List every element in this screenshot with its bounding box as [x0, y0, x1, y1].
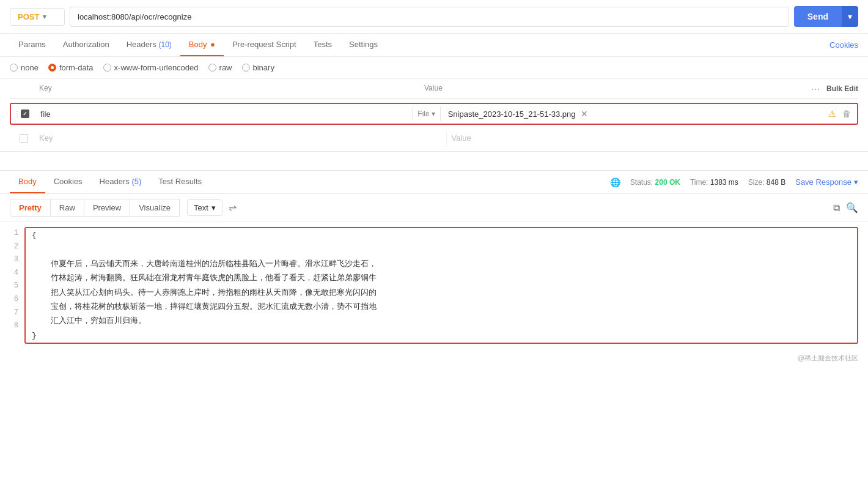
line-num-8: 8: [6, 319, 18, 333]
col-key-header: Key: [34, 84, 424, 94]
text-type-label: Text: [194, 203, 208, 212]
file-type-chevron-icon: ▾: [432, 110, 435, 118]
tab-settings[interactable]: Settings: [340, 34, 386, 56]
tab-body[interactable]: Body ●: [180, 34, 224, 56]
resp-tab-cookies[interactable]: Cookies: [45, 171, 91, 193]
code-line-2: [32, 242, 851, 256]
send-dropdown-button[interactable]: ▾: [842, 6, 858, 27]
response-status-bar: 🌐 Status: 200 OK Time: 1383 ms Size: 848…: [610, 177, 858, 187]
tab-tests[interactable]: Tests: [305, 34, 340, 56]
radio-form-data-icon: [48, 64, 56, 72]
code-line-8: }: [32, 329, 851, 343]
resp-tab-headers[interactable]: Headers (5): [91, 171, 150, 193]
radio-urlencoded-icon: [103, 64, 111, 72]
code-area: 1 2 3 4 5 6 7 8 { 仲夏午后，乌云铺天而来，大唐岭南道桂州的治所…: [0, 222, 868, 349]
tab-authorization[interactable]: Authorization: [54, 34, 118, 56]
line-num-6: 6: [6, 293, 18, 307]
resp-tab-test-results[interactable]: Test Results: [150, 171, 210, 193]
view-visualize-button[interactable]: Visualize: [130, 199, 180, 217]
row-checkbox[interactable]: [21, 110, 35, 118]
radio-none-icon: [10, 64, 18, 72]
code-line-3: 仲夏午后，乌云铺天而来，大唐岭南道桂州的治所临桂县陷入一片晦睿。滑水江畔飞沙走石…: [32, 257, 851, 271]
globe-icon: 🌐: [610, 177, 620, 187]
empty-checkbox: [20, 134, 34, 143]
line-num-2: 2: [6, 240, 18, 254]
form-table-header: Key Value ··· Bulk Edit: [10, 79, 858, 99]
method-label: POST: [18, 12, 39, 21]
response-tabs: Body Cookies Headers (5) Test Results 🌐 …: [0, 171, 868, 194]
tab-headers[interactable]: Headers (10): [118, 34, 180, 56]
text-type-chevron-icon: ▾: [211, 203, 216, 212]
checkbox-icon: [21, 110, 29, 118]
form-row-file: ⋮⋮ File ▾ Snipaste_2023-10-15_21-51-33.p…: [10, 103, 858, 125]
method-select[interactable]: POST ▾: [10, 8, 65, 26]
code-line-6: 宝创，将桂花树的枝枞斩落一地，摔得红壤黄泥四分五裂。泥水汇流成无数小清，势不可挡…: [32, 300, 851, 314]
view-raw-button[interactable]: Raw: [51, 199, 84, 217]
file-clear-icon[interactable]: ✕: [581, 109, 588, 119]
line-num-4: 4: [6, 267, 18, 280]
three-dots-icon[interactable]: ···: [811, 84, 820, 94]
resp-tab-body[interactable]: Body: [10, 171, 45, 193]
radio-raw-icon: [208, 64, 216, 72]
request-tabs: Params Authorization Headers (10) Body ●…: [0, 34, 868, 57]
view-pretty-button[interactable]: Pretty: [10, 199, 51, 217]
col-actions-header: ··· Bulk Edit: [809, 84, 858, 94]
bulk-edit-button[interactable]: Bulk Edit: [826, 84, 858, 93]
tab-params[interactable]: Params: [10, 34, 54, 56]
code-line-4: 竹林起涛，树海翻腾。狂风础在滑龙村青年庭铁虎的黑脸上，他看了看天，赶紧让弟弟廖铜…: [32, 271, 851, 285]
cookies-link[interactable]: Cookies: [829, 34, 858, 56]
search-icon[interactable]: 🔍: [846, 202, 858, 214]
col-value-header: Value: [424, 84, 809, 94]
line-numbers: 1 2 3 4 5 6 7 8: [0, 227, 24, 344]
send-button[interactable]: Send: [794, 6, 842, 27]
body-type-form-data[interactable]: form-data: [48, 63, 94, 72]
body-type-none[interactable]: none: [10, 63, 39, 72]
warning-icon: ⚠: [828, 109, 836, 119]
empty-key-field[interactable]: Key: [34, 131, 446, 145]
status-label: Status: 200 OK: [630, 178, 680, 187]
response-section: Body Cookies Headers (5) Test Results 🌐 …: [0, 170, 868, 349]
save-response-chevron-icon: ▾: [854, 177, 858, 187]
text-type-select[interactable]: Text ▾: [187, 199, 223, 216]
url-bar: POST ▾ Send ▾: [0, 0, 868, 34]
wrap-icon[interactable]: ⇌: [229, 202, 237, 214]
copy-icon[interactable]: ⧉: [833, 203, 840, 214]
watermark: @稀土掘金技术社区: [0, 349, 868, 368]
form-table: Key Value ··· Bulk Edit ⋮⋮ File ▾ Snipas…: [0, 79, 868, 152]
line-num-3: 3: [6, 253, 18, 267]
body-type-raw[interactable]: raw: [208, 63, 232, 72]
file-value-display: Snipaste_2023-10-15_21-51-33.png ✕: [440, 106, 822, 121]
line-num-1: 1: [6, 227, 18, 240]
form-row-empty: Key Value: [10, 128, 858, 147]
body-type-urlencoded[interactable]: x-www-form-urlencoded: [103, 63, 199, 72]
file-type-badge[interactable]: File ▾: [412, 108, 440, 119]
code-line-1: {: [32, 228, 851, 242]
row-actions: ⚠ 🗑: [822, 109, 857, 119]
view-icons: ⧉ 🔍: [833, 202, 858, 214]
save-response-button[interactable]: Save Response ▾: [795, 177, 858, 187]
view-selector: Pretty Raw Preview Visualize Text ▾ ⇌ ⧉ …: [0, 194, 868, 222]
response-code-content: { 仲夏午后，乌云铺天而来，大唐岭南道桂州的治所临桂县陷入一片晦睿。滑水江畔飞沙…: [24, 227, 858, 344]
file-type-label: File: [417, 110, 429, 118]
size-label: Size: 848 B: [748, 178, 785, 187]
line-num-7: 7: [6, 307, 18, 320]
url-input[interactable]: [70, 7, 789, 27]
time-label: Time: 1383 ms: [690, 178, 738, 187]
send-button-group: Send ▾: [794, 6, 858, 27]
code-line-5: 把人笑从江心划向码头。待一人赤脚跑上岸时，拇指粗的雨柱从天而降，像无敢把寒光闪闪…: [32, 286, 851, 300]
file-value-text: Snipaste_2023-10-15_21-51-33.png: [448, 110, 576, 119]
body-type-row: none form-data x-www-form-urlencoded raw…: [0, 57, 868, 79]
body-type-binary[interactable]: binary: [242, 63, 274, 72]
delete-row-icon[interactable]: 🗑: [842, 109, 851, 119]
method-chevron-icon: ▾: [43, 13, 46, 21]
tab-pre-request[interactable]: Pre-request Script: [224, 34, 305, 56]
line-num-5: 5: [6, 280, 18, 293]
key-input[interactable]: [35, 107, 412, 121]
view-preview-button[interactable]: Preview: [84, 199, 130, 217]
empty-value-field[interactable]: Value: [446, 131, 859, 145]
drag-handle-icon: ⋮⋮: [11, 110, 21, 118]
code-line-7: 汇入江中，穷如百川归海。: [32, 314, 851, 328]
radio-binary-icon: [242, 64, 250, 72]
